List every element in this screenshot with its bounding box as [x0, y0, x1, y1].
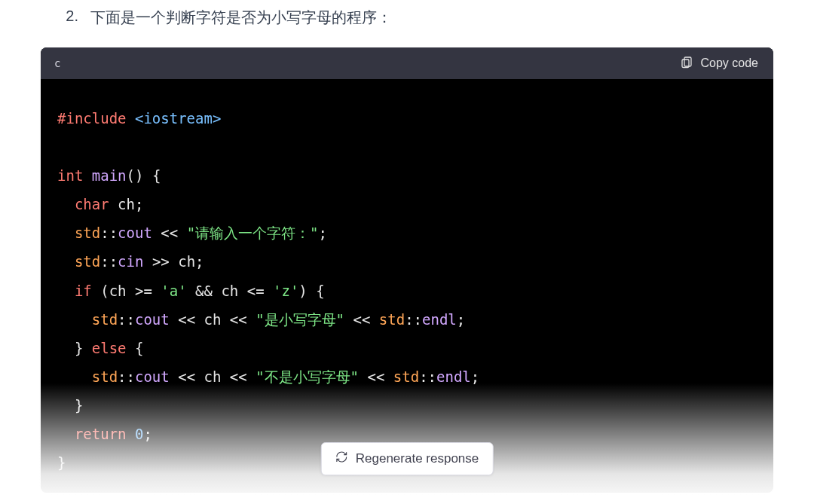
code-token: cin: [118, 253, 143, 270]
regenerate-response-label: Regenerate response: [356, 451, 479, 466]
code-token: }: [57, 454, 66, 471]
question-line: 2. 下面是一个判断字符是否为小写字母的程序：: [30, 8, 784, 28]
question-text: 下面是一个判断字符是否为小写字母的程序：: [90, 8, 392, 28]
code-token: return: [75, 426, 127, 442]
copy-code-button[interactable]: Copy code: [678, 52, 760, 75]
code-content[interactable]: #include <iostream> int main() { char ch…: [41, 79, 773, 493]
code-header: c Copy code: [41, 47, 773, 79]
code-token: std: [92, 368, 118, 385]
code-token: char: [75, 196, 109, 212]
svg-rect-0: [684, 57, 691, 66]
code-token: std: [75, 225, 100, 241]
code-token: endl: [436, 368, 471, 385]
code-token: cout: [135, 311, 170, 328]
code-token: int: [57, 167, 83, 184]
code-token: 'a': [161, 283, 186, 299]
code-token: "不是小写字母": [256, 368, 359, 385]
code-token: {: [152, 167, 161, 184]
code-token: 'z': [273, 283, 298, 299]
code-token: #include: [57, 110, 127, 127]
code-token: main: [92, 167, 127, 184]
copy-code-label: Copy code: [701, 57, 759, 70]
code-token: "请输入一个字符：": [187, 225, 319, 241]
code-token: "是小写字母": [256, 311, 344, 328]
content-area: 2. 下面是一个判断字符是否为小写字母的程序： c Copy code #inc…: [0, 0, 814, 493]
code-token: cout: [135, 368, 170, 385]
code-token: std: [92, 311, 118, 328]
code-token: else: [92, 340, 127, 356]
clipboard-icon: [680, 55, 693, 72]
code-token: }: [75, 340, 83, 356]
code-token: std: [75, 253, 100, 270]
code-token: if: [75, 283, 92, 299]
code-token: endl: [422, 311, 457, 328]
code-token: std: [379, 311, 405, 328]
code-token: <iostream>: [135, 110, 221, 127]
code-token: cout: [118, 225, 152, 241]
question-number: 2.: [60, 8, 78, 28]
code-token: 0: [135, 426, 143, 442]
code-token: }: [75, 397, 83, 414]
code-language-label: c: [54, 57, 60, 69]
code-token: (): [127, 167, 144, 184]
regenerate-response-button[interactable]: Regenerate response: [321, 442, 494, 475]
code-token: {: [316, 283, 324, 299]
refresh-icon: [335, 451, 348, 467]
code-token: {: [135, 340, 143, 356]
code-block: c Copy code #include <iostream> int main…: [41, 47, 773, 493]
code-token: std: [393, 368, 419, 385]
